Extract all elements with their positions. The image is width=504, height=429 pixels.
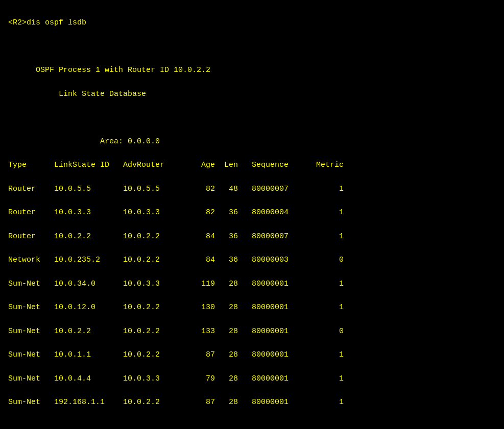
area0-row-4: Sum-Net 10.0.34.0 10.0.3.3 119 28 800000… bbox=[8, 278, 496, 290]
blank-line-2 bbox=[8, 112, 496, 123]
header-line-2: Link State Database bbox=[8, 88, 496, 100]
area0-row-0: Router 10.0.5.5 10.0.5.5 82 48 80000007 … bbox=[8, 183, 496, 195]
area0-row-1: Router 10.0.3.3 10.0.3.3 82 36 80000004 … bbox=[8, 207, 496, 218]
area0-row-6: Sum-Net 10.0.2.2 10.0.2.2 133 28 8000000… bbox=[8, 325, 496, 337]
area0-row-5: Sum-Net 10.0.12.0 10.0.2.2 130 28 800000… bbox=[8, 301, 496, 313]
terminal-output: <R2>dis ospf lsdb OSPF Process 1 with Ro… bbox=[8, 5, 496, 429]
area0-row-8: Sum-Net 10.0.4.4 10.0.3.3 79 28 80000001… bbox=[8, 373, 496, 385]
area0-row-3: Network 10.0.235.2 10.0.2.2 84 36 800000… bbox=[8, 254, 496, 266]
header-line-1: OSPF Process 1 with Router ID 10.0.2.2 bbox=[8, 64, 496, 76]
command-line: <R2>dis ospf lsdb bbox=[8, 17, 496, 29]
area0-row-2: Router 10.0.2.2 10.0.2.2 84 36 80000007 … bbox=[8, 231, 496, 242]
area0-col-header: Type LinkState ID AdvRouter Age Len Sequ… bbox=[8, 159, 496, 171]
area0-label: Area: 0.0.0.0 bbox=[8, 136, 496, 147]
blank-line-3 bbox=[8, 420, 496, 429]
area0-row-9: Sum-Net 192.168.1.1 10.0.2.2 87 28 80000… bbox=[8, 396, 496, 408]
area0-row-7: Sum-Net 10.0.1.1 10.0.2.2 87 28 80000001… bbox=[8, 349, 496, 361]
blank-line-1 bbox=[8, 41, 496, 53]
